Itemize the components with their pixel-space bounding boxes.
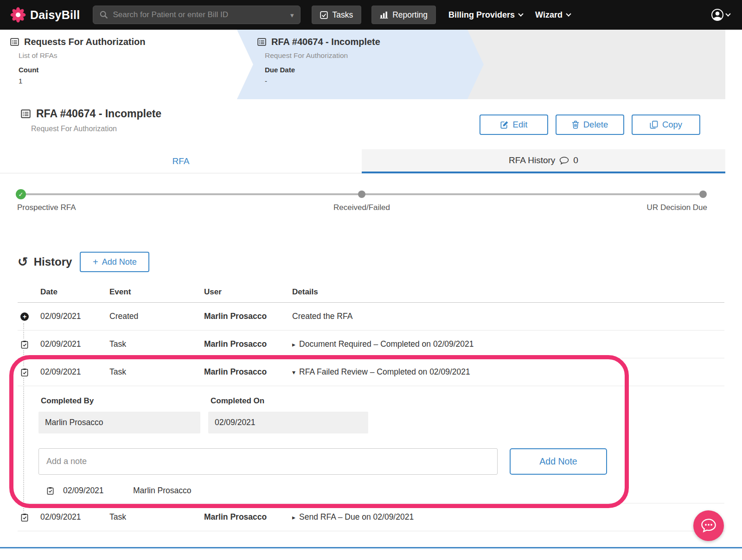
breadcrumb-rfa-current[interactable]: RFA #40674 - Incomplete Request For Auth…: [237, 30, 484, 99]
row-date: 02/09/2021: [40, 367, 109, 377]
history-heading: History: [34, 255, 72, 268]
expanded-task-panel: Completed By Marlin Prosacco Completed O…: [18, 386, 724, 503]
col-user: User: [204, 287, 292, 297]
rfa-icon: [257, 38, 266, 46]
row-event: Task: [109, 339, 204, 349]
copy-button[interactable]: Copy: [632, 115, 700, 135]
tab-rfa-history[interactable]: RFA History 0: [362, 149, 725, 173]
caret-right-icon[interactable]: ▸: [292, 341, 295, 348]
search-dropdown-caret-icon[interactable]: ▾: [290, 12, 294, 19]
row-date: 02/09/2021: [40, 339, 109, 349]
breadcrumb-title: RFA #40674 - Incomplete: [271, 37, 380, 47]
rfa-progress-bar: ✓ Prospective RFA Received/Failed UR Dec…: [0, 173, 742, 222]
search-icon: [100, 11, 108, 19]
table-header-row: Date Event User Details: [18, 281, 724, 303]
clipboard-check-icon: [45, 487, 55, 495]
copy-icon: [650, 121, 658, 129]
history-icon: ↺: [18, 256, 28, 268]
breadcrumb-title: Requests For Authorization: [24, 37, 145, 47]
clipboard-check-icon: [19, 512, 30, 522]
wizard-label: Wizard: [535, 10, 563, 20]
plus-icon: +: [93, 257, 98, 267]
brand-name: DaisyBill: [30, 8, 80, 22]
tasks-check-icon: [320, 11, 328, 19]
page-header: RFA #40674 - Incomplete Request For Auth…: [0, 99, 742, 149]
add-note-button[interactable]: + Add Note: [80, 252, 149, 272]
plus-circle-icon: +: [19, 312, 30, 322]
bar-chart-icon: [380, 11, 388, 19]
edit-label: Edit: [513, 120, 528, 130]
caret-right-icon[interactable]: ▸: [292, 514, 295, 521]
note-input[interactable]: [38, 448, 498, 475]
table-row-expanded-header[interactable]: 02/09/2021 Task Marlin Prosacco ▾ RFA Fa…: [18, 358, 724, 386]
due-date-label: Due Date: [265, 66, 484, 74]
step-label-ur-decision: UR Decision Due: [647, 203, 707, 212]
rfa-icon: [21, 109, 31, 119]
row-details: Document Required – Completed on 02/09/2…: [299, 339, 474, 349]
row-details: Send RFA – Due on 02/09/2021: [299, 512, 414, 522]
row-user: Marlin Prosacco: [204, 367, 292, 377]
step-dot: [699, 191, 707, 198]
breadcrumb-subtitle: List of RFAs: [19, 51, 253, 60]
caret-down-icon[interactable]: ▾: [292, 369, 295, 375]
history-header: ↺ History + Add Note: [18, 252, 742, 272]
row-details: RFA Failed Review – Completed on 02/09/2…: [299, 367, 470, 377]
count-label: Count: [19, 66, 253, 74]
reporting-button[interactable]: Reporting: [371, 6, 436, 24]
due-date-value: -: [265, 77, 484, 85]
table-row: + 02/09/2021 Created Marlin Prosacco Cre…: [18, 303, 724, 331]
breadcrumb: Requests For Authorization List of RFAs …: [0, 30, 742, 99]
brand[interactable]: DaisyBill: [10, 7, 80, 23]
step-label-prospective: Prospective RFA: [17, 203, 76, 212]
trash-icon: [572, 121, 579, 129]
completed-on-label: Completed On: [211, 396, 368, 406]
search-input[interactable]: [113, 10, 290, 19]
step-label-received: Received/Failed: [333, 203, 390, 212]
tab-rfa[interactable]: RFA: [0, 149, 362, 173]
tab-rfa-label: RFA: [173, 156, 190, 166]
tasks-button[interactable]: Tasks: [312, 6, 361, 24]
task-note-subrow: 02/09/2021 Marlin Prosacco: [18, 486, 724, 503]
edit-button[interactable]: Edit: [480, 115, 548, 135]
billing-providers-label: Billing Providers: [448, 10, 515, 20]
reporting-label: Reporting: [392, 10, 428, 20]
tasks-label: Tasks: [332, 10, 353, 20]
top-nav: DaisyBill ▾ Tasks Reporting Billing Prov…: [0, 0, 742, 30]
comment-bubble-icon: [559, 156, 569, 165]
step-dot: [358, 191, 365, 198]
edit-pencil-icon: [500, 121, 509, 129]
expanded-add-note-button[interactable]: Add Note: [510, 448, 607, 475]
account-menu[interactable]: [711, 8, 730, 21]
col-date: Date: [40, 287, 109, 297]
clipboard-check-icon: [19, 339, 30, 350]
row-details: Created the RFA: [292, 312, 724, 321]
add-note-label: Add Note: [102, 257, 137, 267]
bottom-border-line: [0, 547, 742, 548]
breadcrumb-subtitle: Request For Authorization: [265, 51, 484, 60]
delete-button[interactable]: Delete: [556, 115, 624, 135]
rfa-list-icon: [10, 38, 19, 46]
billing-providers-menu[interactable]: Billing Providers: [448, 10, 523, 20]
chevron-down-icon: [725, 11, 730, 16]
subrow-date: 02/09/2021: [63, 486, 133, 496]
chat-widget-button[interactable]: [693, 510, 724, 541]
table-row[interactable]: 02/09/2021 Task Marlin Prosacco ▸ Send R…: [18, 503, 724, 531]
row-user: Marlin Prosacco: [204, 312, 292, 321]
breadcrumb-rfa-list[interactable]: Requests For Authorization List of RFAs …: [0, 30, 253, 99]
row-user: Marlin Prosacco: [204, 512, 292, 522]
clipboard-check-icon: [19, 367, 30, 377]
row-event: Created: [109, 312, 204, 321]
chevron-down-icon: [518, 11, 523, 16]
row-date: 02/09/2021: [40, 312, 109, 321]
history-table: Date Event User Details + 02/09/2021 Cre…: [18, 281, 724, 531]
table-row[interactable]: 02/09/2021 Task Marlin Prosacco ▸ Docume…: [18, 331, 724, 358]
completed-by-field: Completed By Marlin Prosacco: [38, 396, 200, 433]
col-event: Event: [109, 287, 204, 297]
tab-history-count: 0: [573, 155, 578, 165]
global-search[interactable]: ▾: [93, 6, 301, 24]
wizard-menu[interactable]: Wizard: [535, 10, 570, 20]
row-date: 02/09/2021: [40, 512, 109, 522]
col-details: Details: [292, 287, 724, 297]
delete-label: Delete: [583, 120, 608, 130]
completed-by-label: Completed By: [41, 396, 200, 406]
